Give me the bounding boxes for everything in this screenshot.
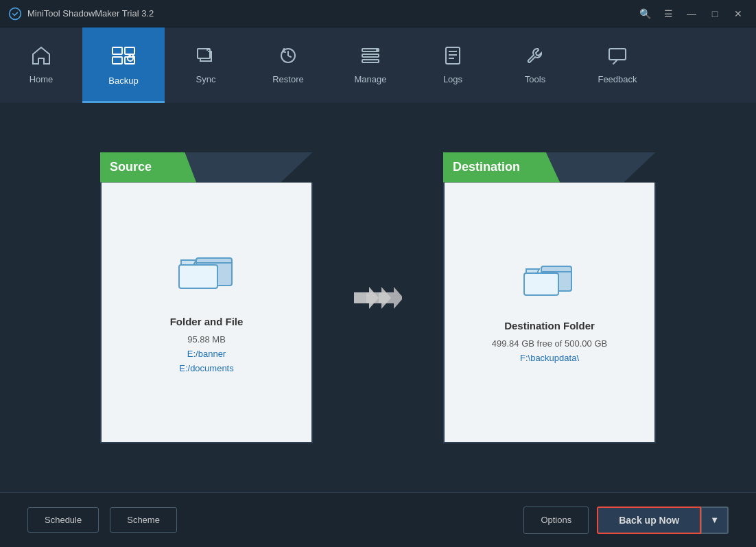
nav-backup-label: Backup: [108, 75, 138, 86]
destination-card: Destination Destination Folder 499.84 GB…: [443, 152, 656, 443]
destination-title: Destination Folder: [504, 320, 595, 331]
manage-icon: [359, 45, 381, 70]
source-header-label: Source: [110, 160, 152, 174]
source-card-header: Source: [100, 152, 313, 183]
nav-sync-label: Sync: [196, 74, 216, 84]
direction-arrow: [354, 284, 402, 312]
main-content: Source Folder and File 95.88 MB E:/banne…: [0, 103, 756, 492]
nav-manage-label: Manage: [355, 74, 387, 84]
source-size: 95.88 MB: [187, 333, 226, 347]
svg-rect-8: [362, 54, 379, 57]
backup-icon: [111, 43, 136, 71]
nav-bar: Home Backup Sync: [0, 27, 756, 103]
close-button[interactable]: ✕: [729, 5, 748, 22]
svg-rect-1: [113, 47, 122, 54]
tools-icon: [524, 45, 546, 70]
logs-icon: [442, 45, 464, 70]
search-button[interactable]: 🔍: [635, 5, 654, 22]
destination-card-body[interactable]: Destination Folder 499.84 GB free of 500…: [443, 183, 656, 443]
source-card-body[interactable]: Folder and File 95.88 MB E:/banner E:/do…: [100, 183, 313, 443]
scheme-button[interactable]: Scheme: [110, 507, 177, 533]
nav-feedback-label: Feedback: [598, 74, 637, 84]
title-bar-controls: 🔍 ☰ — □ ✕: [635, 5, 748, 22]
svg-rect-3: [113, 57, 122, 64]
svg-point-0: [10, 8, 21, 19]
restore-icon: [277, 45, 299, 70]
app-title: MiniTool ShadowMaker Trial 3.2: [27, 8, 154, 19]
destination-folder-icon: [522, 258, 577, 306]
nav-manage[interactable]: Manage: [329, 27, 412, 103]
svg-rect-2: [125, 47, 134, 54]
title-bar: MiniTool ShadowMaker Trial 3.2 🔍 ☰ — □ ✕: [0, 0, 756, 27]
source-path-1: E:/banner: [187, 347, 226, 362]
nav-home-label: Home: [29, 74, 54, 84]
source-path-2: E:/documents: [179, 362, 234, 376]
feedback-icon: [606, 45, 628, 70]
source-card: Source Folder and File 95.88 MB E:/banne…: [100, 152, 313, 443]
sync-icon: [195, 45, 217, 70]
nav-restore-label: Restore: [272, 74, 304, 84]
nav-tools[interactable]: Tools: [494, 27, 576, 103]
home-icon: [30, 45, 52, 70]
minimize-button[interactable]: —: [682, 5, 701, 22]
svg-point-10: [376, 49, 379, 51]
svg-rect-15: [609, 49, 626, 60]
app-logo: [8, 7, 22, 21]
source-title: Folder and File: [170, 316, 244, 327]
maximize-button[interactable]: □: [705, 5, 724, 22]
bottom-right-buttons: Options Back up Now ▼: [523, 507, 729, 534]
title-bar-left: MiniTool ShadowMaker Trial 3.2: [8, 7, 154, 21]
schedule-button[interactable]: Schedule: [27, 507, 99, 533]
options-button[interactable]: Options: [523, 507, 589, 534]
nav-logs-label: Logs: [443, 74, 462, 84]
menu-button[interactable]: ☰: [659, 5, 678, 22]
source-folder-icon: [176, 248, 237, 302]
bottom-bar: Schedule Scheme Options Back up Now ▼: [0, 492, 756, 547]
nav-sync[interactable]: Sync: [165, 27, 247, 103]
nav-tools-label: Tools: [525, 74, 545, 84]
nav-feedback[interactable]: Feedback: [576, 27, 659, 103]
nav-backup[interactable]: Backup: [82, 27, 165, 103]
destination-card-header: Destination: [443, 152, 656, 183]
backup-dropdown-button[interactable]: ▼: [701, 507, 729, 534]
svg-rect-9: [362, 60, 379, 62]
bottom-left-buttons: Schedule Scheme: [27, 507, 177, 533]
nav-logs[interactable]: Logs: [412, 27, 494, 103]
destination-header-label: Destination: [453, 160, 520, 174]
backup-now-button[interactable]: Back up Now: [597, 507, 701, 534]
destination-path: F:\backupdata\: [520, 351, 579, 366]
nav-restore[interactable]: Restore: [247, 27, 329, 103]
destination-free: 499.84 GB free of 500.00 GB: [492, 337, 607, 351]
nav-home[interactable]: Home: [0, 27, 82, 103]
